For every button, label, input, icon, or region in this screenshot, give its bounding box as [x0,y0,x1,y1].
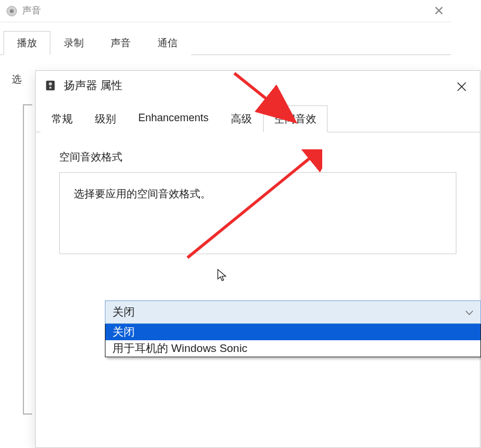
tab-playback[interactable]: 播放 [4,31,50,55]
spatial-sound-format-dropdown[interactable]: 关闭 关闭 用于耳机的 Windows Sonic [105,300,481,357]
dropdown-list: 关闭 用于耳机的 Windows Sonic [105,324,481,357]
properties-tabs: 常规 级别 Enhancements 高级 空间音效 [36,105,480,132]
tab-general[interactable]: 常规 [40,105,84,132]
svg-point-3 [49,83,52,86]
properties-close-button[interactable] [453,78,470,95]
sound-close-button[interactable]: ✕ [434,4,444,19]
spatial-sound-group-box: 选择要应用的空间音效格式。 [59,172,456,254]
tab-levels[interactable]: 级别 [84,105,127,132]
tab-enhancements[interactable]: Enhancements [127,105,220,132]
chevron-down-icon [465,306,473,319]
spatial-sound-content: 空间音效格式 选择要应用的空间音效格式。 [36,132,480,272]
spatial-sound-format-label: 空间音效格式 [59,150,456,164]
tab-advanced[interactable]: 高级 [220,105,263,132]
properties-window-title: 扬声器 属性 [64,78,122,93]
speaker-icon [6,5,18,17]
dropdown-selected-text: 关闭 [112,305,135,320]
dropdown-selected-value[interactable]: 关闭 [105,300,481,324]
tab-communications[interactable]: 通信 [144,31,191,55]
tab-spatial-sound[interactable]: 空间音效 [263,105,328,132]
sound-window-title: 声音 [22,5,41,17]
dropdown-option-off[interactable]: 关闭 [105,324,480,340]
svg-point-1 [10,9,14,13]
dropdown-option-windows-sonic[interactable]: 用于耳机的 Windows Sonic [105,340,480,357]
device-list-frame-fragment [23,104,32,415]
speaker-properties-window: 扬声器 属性 常规 级别 Enhancements 高级 空间音效 空间音效格式… [35,70,480,448]
speaker-device-icon [44,79,57,92]
spatial-sound-instructions: 选择要应用的空间音效格式。 [74,187,442,201]
select-label-fragment: 选 [12,74,22,85]
svg-point-4 [49,87,52,89]
properties-titlebar: 扬声器 属性 [36,71,480,100]
tab-sounds[interactable]: 声音 [97,31,144,55]
tab-recording[interactable]: 录制 [50,31,97,55]
sound-titlebar: 声音 ✕ [0,0,451,22]
sound-tabs: 播放 录制 声音 通信 [0,30,451,55]
